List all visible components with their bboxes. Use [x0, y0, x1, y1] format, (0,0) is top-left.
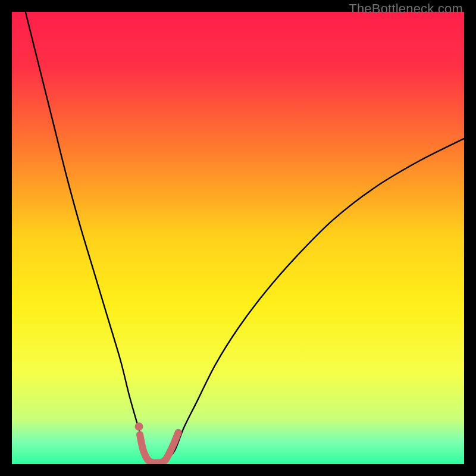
plot-area [12, 12, 464, 464]
fit-curve [140, 433, 178, 463]
watermark-label: TheBottleneck.com [349, 1, 463, 17]
bottleneck-curve [26, 12, 464, 463]
chart-svg [12, 12, 464, 464]
fit-dot [135, 422, 143, 431]
